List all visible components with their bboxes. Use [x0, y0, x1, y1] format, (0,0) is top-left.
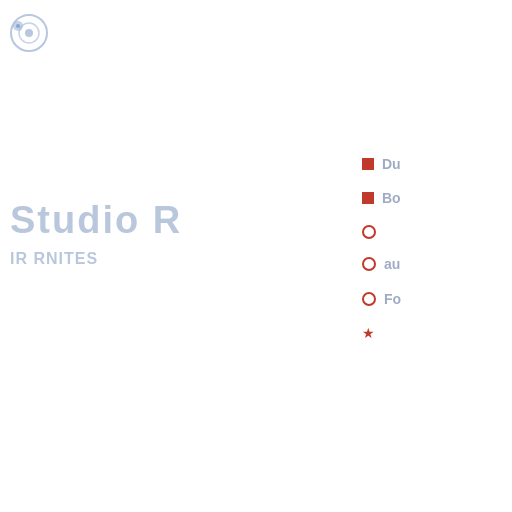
list-item: Du [362, 155, 492, 173]
logo-icon [8, 12, 50, 54]
circle-icon [362, 292, 376, 306]
circle-icon [362, 257, 376, 271]
main-title-area: Studio R IR RNITES [10, 200, 182, 268]
square-icon [362, 158, 374, 170]
logo-area [8, 12, 50, 54]
item-label: au [384, 255, 400, 273]
svg-point-2 [25, 29, 33, 37]
list-item: Fo [362, 290, 492, 308]
list-item: au [362, 255, 492, 273]
svg-point-4 [16, 24, 20, 28]
circle-icon [362, 225, 376, 239]
right-panel: Du Bo au Fo ★ [362, 155, 492, 340]
list-item: Bo [362, 189, 492, 207]
page-container: Studio R IR RNITES Du Bo au Fo ★ [0, 0, 512, 512]
list-item: ★ [362, 324, 492, 340]
item-label: Fo [384, 290, 401, 308]
square-icon [362, 192, 374, 204]
star-icon: ★ [362, 326, 376, 340]
main-title: Studio R [10, 200, 182, 242]
item-label: Bo [382, 189, 401, 207]
item-label: Du [382, 155, 401, 173]
main-subtitle: IR RNITES [10, 250, 182, 268]
list-item [362, 223, 492, 239]
